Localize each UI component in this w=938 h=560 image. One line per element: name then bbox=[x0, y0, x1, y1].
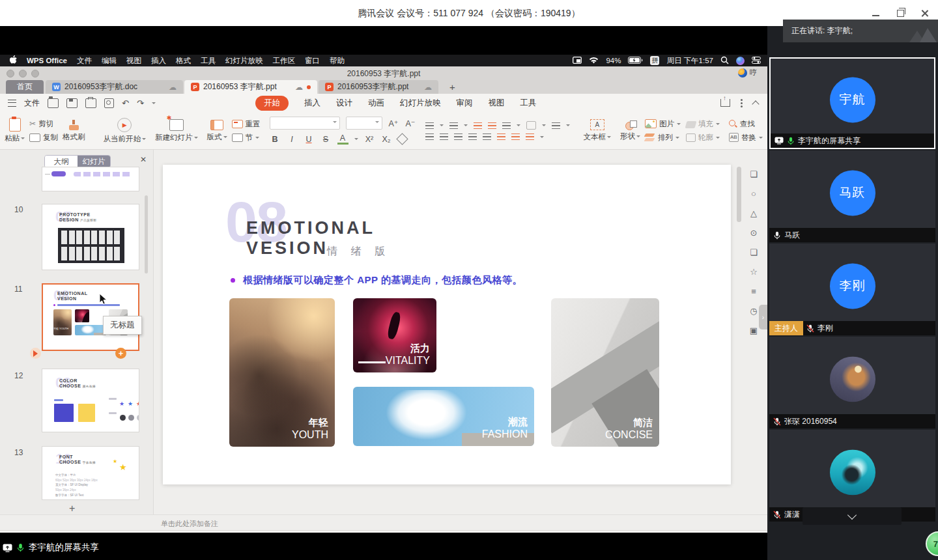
strikethrough-button[interactable]: S bbox=[320, 133, 332, 145]
account-area[interactable]: 哼 bbox=[738, 68, 757, 77]
collapse-ribbon-icon[interactable] bbox=[752, 100, 759, 107]
replace-button[interactable]: AB替换 bbox=[729, 133, 763, 143]
bullets-icon[interactable] bbox=[425, 122, 434, 129]
paragraph-spacing-icon[interactable] bbox=[526, 133, 534, 140]
menu-help[interactable]: 帮助 bbox=[330, 56, 345, 66]
participant-tile-ligang[interactable]: 李刚 主持人 李刚 bbox=[769, 244, 935, 335]
minimize-icon[interactable] bbox=[870, 8, 881, 18]
font-color-button[interactable]: A bbox=[337, 133, 348, 145]
print-preview-icon[interactable] bbox=[104, 98, 114, 108]
file-menu[interactable]: 文件 bbox=[24, 98, 40, 109]
ribbon-tab-design[interactable]: 设计 bbox=[336, 98, 352, 109]
shapes-button[interactable]: 形状 bbox=[616, 115, 645, 147]
open-icon[interactable] bbox=[48, 98, 59, 108]
more-icon[interactable] bbox=[741, 102, 743, 104]
notes-placeholder[interactable]: 单击此处添加备注 bbox=[161, 519, 218, 529]
wifi-icon[interactable] bbox=[589, 57, 599, 65]
menu-app-name[interactable]: WPS Office bbox=[27, 57, 67, 64]
thumbnail-slide13[interactable]: 10 FONTCHOOSE 字体选择 中文字体：苹方 60px 52px 36p… bbox=[42, 446, 139, 500]
panel-close-icon[interactable]: ✕ bbox=[140, 155, 147, 164]
copy-button[interactable]: 复制 bbox=[29, 133, 58, 143]
download-pane-icon[interactable]: ⊙ bbox=[748, 227, 760, 238]
participant-tile-liyuhang[interactable]: 宇航 李宇航的屏幕共享 bbox=[769, 57, 935, 149]
avatar[interactable] bbox=[738, 68, 747, 77]
superscript-button[interactable]: X² bbox=[364, 133, 375, 145]
text-frame-icon[interactable] bbox=[526, 121, 536, 130]
textbox-button[interactable]: A 文本框 bbox=[579, 115, 616, 147]
thumbnail-slide9[interactable] bbox=[42, 167, 139, 191]
increase-indent-icon[interactable] bbox=[488, 122, 496, 129]
menu-insert[interactable]: 插入 bbox=[151, 56, 166, 66]
menu-tools[interactable]: 工具 bbox=[201, 56, 216, 66]
arrange-button[interactable]: 排列 bbox=[645, 133, 681, 143]
font-family-select[interactable] bbox=[270, 117, 340, 130]
row-spacing-down-icon[interactable] bbox=[511, 133, 520, 140]
fill-button[interactable]: 填充 bbox=[686, 119, 720, 129]
section-button[interactable]: 节 bbox=[232, 133, 261, 143]
font-color-caret-icon[interactable] bbox=[354, 138, 358, 142]
underline-button[interactable]: U bbox=[304, 133, 315, 145]
undo-icon[interactable]: ↶ bbox=[122, 99, 129, 107]
increase-font-button[interactable]: A⁺ bbox=[388, 118, 399, 129]
distribute-icon[interactable] bbox=[483, 133, 491, 140]
ribbon-tab-tools[interactable]: 工具 bbox=[520, 98, 537, 109]
ribbon-tab-slideshow[interactable]: 幻灯片放映 bbox=[400, 98, 441, 109]
ribbon-tab-home[interactable]: 开始 bbox=[255, 96, 289, 111]
properties-pane-icon[interactable]: ❏ bbox=[748, 168, 760, 180]
panel-scrollbar[interactable] bbox=[145, 195, 148, 273]
menu-icon[interactable] bbox=[8, 100, 16, 107]
expand-pane-icon[interactable]: › bbox=[759, 305, 767, 329]
align-center-icon[interactable] bbox=[440, 133, 448, 140]
cut-button[interactable]: ✂剪切 bbox=[29, 119, 58, 129]
tab-outline[interactable]: 大纲 bbox=[45, 156, 78, 167]
decrease-font-button[interactable]: A⁻ bbox=[405, 118, 416, 129]
maximize-icon[interactable] bbox=[895, 8, 905, 18]
decrease-indent-icon[interactable] bbox=[474, 122, 482, 129]
slides-pane-icon[interactable]: ❏ bbox=[748, 246, 760, 258]
apple-icon[interactable] bbox=[9, 55, 17, 66]
ribbon-tab-view[interactable]: 视图 bbox=[489, 98, 505, 109]
tab-ppt-active[interactable]: P 20160953 李宇航.ppt ☁ bbox=[184, 80, 317, 94]
italic-button[interactable]: I bbox=[287, 133, 298, 145]
canvas-scrollbar[interactable] bbox=[737, 167, 741, 222]
font-size-select[interactable] bbox=[346, 117, 382, 130]
row-spacing-up-icon[interactable] bbox=[497, 133, 505, 140]
menu-view[interactable]: 视图 bbox=[126, 56, 141, 66]
siri-icon[interactable] bbox=[736, 57, 745, 65]
align-right-icon[interactable] bbox=[454, 133, 462, 140]
numbering-icon[interactable] bbox=[449, 122, 458, 129]
line-spacing-icon[interactable] bbox=[552, 122, 560, 129]
add-slide-button[interactable]: + bbox=[69, 503, 75, 514]
photo-mystical[interactable]: 神秘MYSTICAL bbox=[452, 298, 534, 371]
control-center-icon[interactable] bbox=[752, 57, 761, 65]
justify-icon[interactable] bbox=[468, 133, 477, 140]
menu-edit[interactable]: 编辑 bbox=[102, 56, 117, 66]
bold-button[interactable]: B bbox=[270, 133, 281, 145]
menu-format[interactable]: 格式 bbox=[176, 56, 191, 66]
photo-fashion[interactable]: 潮流FASHION bbox=[353, 387, 534, 446]
share-icon[interactable] bbox=[720, 99, 730, 107]
slide-canvas[interactable]: 08 EMOTIONALVESION 情 绪 版 根据情绪版可以确定整个 APP… bbox=[163, 165, 731, 484]
redo-icon[interactable]: ↷ bbox=[137, 99, 144, 107]
tab-home[interactable]: 首页 bbox=[6, 80, 44, 94]
thumbnail-add-button[interactable]: + bbox=[115, 348, 126, 359]
notes-strip[interactable]: 单击此处添加备注 bbox=[0, 514, 767, 531]
input-method-icon[interactable]: 拼 bbox=[650, 56, 659, 65]
ribbon-tab-review[interactable]: 审阅 bbox=[457, 98, 473, 109]
save-icon[interactable] bbox=[66, 98, 78, 108]
color-scheme-icon[interactable]: △ bbox=[748, 207, 760, 219]
collapse-participants-button[interactable] bbox=[803, 507, 902, 525]
close-icon[interactable] bbox=[920, 8, 930, 18]
subscript-button[interactable]: X₂ bbox=[381, 133, 392, 145]
adjust-pane-icon[interactable]: ≡ bbox=[748, 285, 760, 297]
photo-concise[interactable]: 简洁CONCISE bbox=[551, 298, 659, 447]
clear-format-icon[interactable] bbox=[396, 133, 408, 145]
thumbnail-slide12[interactable]: 09 COLORCHOOSE 颜色选择 ★ ★ ★ bbox=[42, 369, 139, 432]
tab-ppt-2[interactable]: P 20160953李宇航.ppt ☁ bbox=[319, 80, 438, 94]
menubar-clock[interactable]: 周日 下午1:57 bbox=[666, 56, 713, 66]
play-from-current-button[interactable]: ▶ 从当前开始 bbox=[99, 115, 151, 147]
screen-mirror-icon[interactable] bbox=[573, 57, 582, 65]
thumbnail-slide10[interactable]: 07 PROTOTYPEDESIGN 产品原型图 bbox=[42, 204, 139, 270]
participant-tile-zhangchen[interactable]: 张琛 20160954 bbox=[769, 337, 935, 428]
tab-slides[interactable]: 幻灯片 bbox=[78, 156, 110, 167]
